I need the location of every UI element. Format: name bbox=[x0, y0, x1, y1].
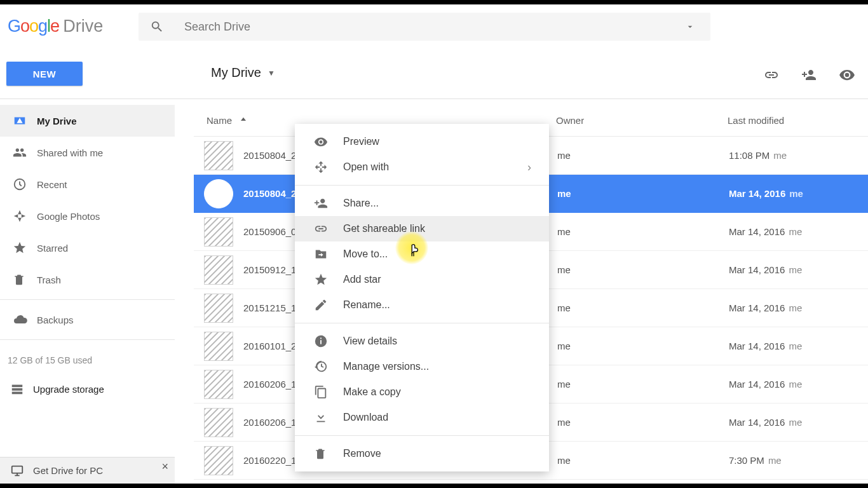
sidebar-item-label: Backups bbox=[37, 315, 74, 325]
file-owner: me bbox=[557, 341, 729, 351]
context-menu-rename[interactable]: Rename... bbox=[295, 292, 549, 318]
copy-icon bbox=[314, 385, 343, 399]
sidebar-item-my-drive[interactable]: My Drive bbox=[0, 105, 175, 137]
sidebar-item-trash[interactable]: Trash bbox=[0, 264, 175, 295]
file-thumbnail bbox=[204, 141, 233, 170]
sidebar-item-shared[interactable]: Shared with me bbox=[0, 137, 175, 168]
file-modified: Mar 14, 2016me bbox=[729, 341, 868, 351]
cloud-icon bbox=[13, 312, 37, 327]
file-thumbnail bbox=[204, 294, 233, 323]
star-icon bbox=[13, 241, 37, 255]
svg-rect-3 bbox=[320, 340, 322, 344]
file-thumbnail bbox=[204, 370, 233, 399]
column-owner[interactable]: Owner bbox=[556, 115, 728, 126]
link-icon[interactable] bbox=[764, 67, 779, 83]
file-thumbnail bbox=[204, 217, 233, 247]
context-menu-info[interactable]: View details bbox=[295, 329, 549, 354]
file-owner: me bbox=[557, 302, 729, 313]
logo[interactable]: Google Drive bbox=[8, 17, 103, 36]
svg-rect-1 bbox=[12, 466, 23, 473]
upgrade-storage[interactable]: Upgrade storage bbox=[0, 372, 175, 406]
context-menu-label: Preview bbox=[343, 136, 379, 147]
context-menu-separator bbox=[295, 323, 549, 323]
preview-icon[interactable] bbox=[839, 67, 855, 83]
file-owner: me bbox=[557, 226, 729, 237]
chevron-right-icon: › bbox=[527, 161, 531, 174]
sidebar-item-label: My Drive bbox=[37, 116, 77, 126]
header-divider bbox=[0, 98, 868, 99]
trash-icon bbox=[13, 273, 37, 286]
new-button[interactable]: NEW bbox=[6, 62, 83, 86]
context-menu-label: Open with bbox=[343, 161, 389, 173]
file-owner: me bbox=[557, 188, 729, 199]
sidebar-item-starred[interactable]: Starred bbox=[0, 232, 175, 264]
context-menu-download[interactable]: Download bbox=[295, 405, 549, 430]
rename-icon bbox=[314, 298, 343, 312]
column-modified[interactable]: Last modified bbox=[728, 115, 868, 126]
file-owner: me bbox=[557, 455, 729, 466]
context-menu-link[interactable]: Get shareable link bbox=[295, 216, 549, 241]
eye-icon bbox=[314, 135, 343, 149]
trash-icon bbox=[314, 447, 343, 460]
context-menu-star[interactable]: Add star bbox=[295, 267, 549, 292]
person-add-icon[interactable] bbox=[801, 67, 817, 83]
sidebar-item-recent[interactable]: Recent bbox=[0, 168, 175, 200]
context-menu-trash[interactable]: Remove bbox=[295, 441, 549, 466]
column-name-label: Name bbox=[207, 115, 232, 126]
context-menu-history[interactable]: Manage versions... bbox=[295, 354, 549, 379]
sidebar-item-label: Shared with me bbox=[37, 147, 103, 158]
logo-google: Google bbox=[8, 17, 59, 36]
location-breadcrumb[interactable]: My Drive ▼ bbox=[211, 65, 275, 80]
file-modified: Mar 14, 2016me bbox=[729, 302, 868, 313]
sidebar-item-label: Trash bbox=[37, 274, 61, 285]
context-menu: PreviewOpen with›Share...Get shareable l… bbox=[295, 124, 549, 471]
header: Google Drive bbox=[0, 4, 868, 48]
context-menu-separator bbox=[295, 185, 549, 186]
clock-icon bbox=[13, 177, 37, 191]
context-menu-openwith[interactable]: Open with› bbox=[295, 154, 549, 180]
sidebar-item-label: Google Photos bbox=[37, 211, 100, 222]
search-bar[interactable] bbox=[139, 13, 710, 41]
file-modified: Mar 14, 2016me bbox=[729, 379, 868, 390]
context-menu-separator bbox=[295, 435, 549, 436]
context-menu-label: Get shareable link bbox=[343, 223, 425, 234]
action-bar: NEW My Drive ▼ bbox=[0, 48, 868, 98]
get-drive-promo[interactable]: Get Drive for PC × bbox=[0, 457, 175, 484]
search-input[interactable] bbox=[184, 20, 685, 34]
file-owner: me bbox=[557, 150, 729, 161]
context-menu-label: Rename... bbox=[343, 299, 390, 311]
file-thumbnail bbox=[204, 179, 233, 208]
file-modified: 11:08 PMme bbox=[729, 150, 868, 161]
letterbox-top bbox=[0, 0, 868, 4]
context-menu-personadd[interactable]: Share... bbox=[295, 191, 549, 216]
svg-rect-4 bbox=[320, 338, 322, 339]
context-menu-label: Make a copy bbox=[343, 386, 401, 398]
context-menu-copy[interactable]: Make a copy bbox=[295, 379, 549, 405]
file-owner: me bbox=[557, 379, 729, 390]
file-modified: Mar 14, 2016me bbox=[729, 417, 868, 428]
context-menu-eye[interactable]: Preview bbox=[295, 129, 549, 154]
file-thumbnail bbox=[204, 255, 233, 285]
file-thumbnail bbox=[204, 446, 233, 475]
sidebar-item-backups[interactable]: Backups bbox=[0, 304, 175, 336]
upgrade-label: Upgrade storage bbox=[33, 384, 104, 395]
sidebar-divider bbox=[0, 299, 175, 300]
people-icon bbox=[13, 146, 37, 159]
search-icon bbox=[150, 20, 164, 34]
history-icon bbox=[314, 360, 343, 374]
openwith-icon bbox=[314, 160, 343, 174]
download-icon bbox=[314, 410, 343, 424]
context-menu-label: Add star bbox=[343, 274, 381, 285]
file-modified: Mar 14, 2016me bbox=[729, 226, 868, 237]
close-icon[interactable]: × bbox=[161, 460, 168, 473]
star-icon bbox=[314, 273, 343, 287]
context-menu-label: Manage versions... bbox=[343, 361, 429, 372]
column-owner-label: Owner bbox=[556, 115, 584, 126]
context-menu-label: Remove bbox=[343, 448, 381, 459]
context-menu-moveto[interactable]: Move to... bbox=[295, 241, 549, 267]
personadd-icon bbox=[314, 196, 343, 210]
sidebar-item-photos[interactable]: Google Photos bbox=[0, 200, 175, 232]
file-thumbnail bbox=[204, 332, 233, 361]
promo-label: Get Drive for PC bbox=[33, 465, 103, 476]
search-options-icon[interactable] bbox=[685, 22, 695, 32]
